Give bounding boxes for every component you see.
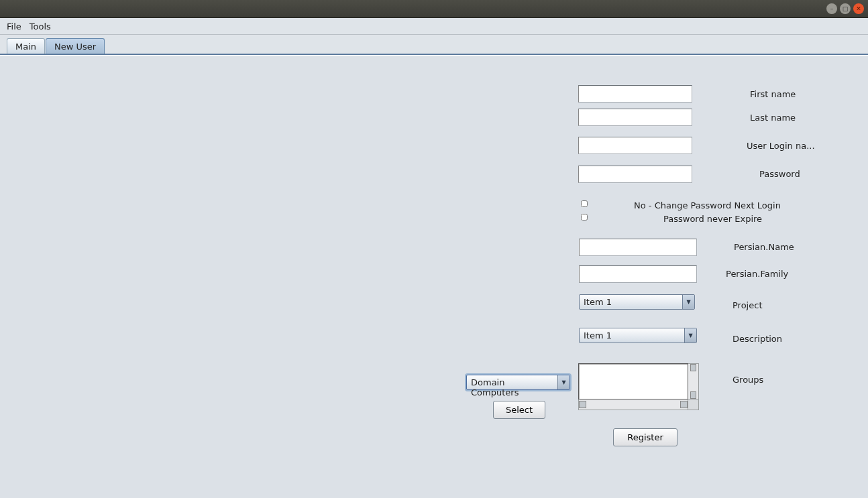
first-name-input[interactable] xyxy=(578,85,692,103)
window-minimize-button[interactable]: – xyxy=(826,3,837,14)
password-never-expire-label: Password never Expire xyxy=(663,214,762,224)
persian-name-input[interactable] xyxy=(579,239,697,256)
app-window: File Tools Main New User First name Last… xyxy=(0,18,868,498)
groups-listbox-scroll-corner xyxy=(688,399,699,410)
menu-file[interactable]: File xyxy=(5,20,23,33)
tab-content-new-user: First name Last name User Login na... Pa… xyxy=(0,55,868,498)
persian-family-label: Persian.Family xyxy=(726,269,788,279)
password-never-expire-checkbox[interactable] xyxy=(581,214,588,221)
groups-listbox-hscroll[interactable] xyxy=(578,399,688,410)
project-combobox-value: Item 1 xyxy=(580,295,682,309)
user-login-label: User Login na... xyxy=(747,141,815,151)
project-label: Project xyxy=(733,300,762,310)
window-titlebar: – □ ✕ xyxy=(0,0,868,18)
menu-tools[interactable]: Tools xyxy=(28,20,52,33)
chevron-down-icon: ▼ xyxy=(684,328,696,343)
password-input[interactable] xyxy=(578,166,692,183)
no-change-password-label: No - Change Password Next Login xyxy=(634,200,781,210)
last-name-input[interactable] xyxy=(578,109,692,126)
password-label: Password xyxy=(759,169,800,179)
persian-name-label: Persian.Name xyxy=(734,242,794,252)
groups-listbox-inner xyxy=(578,363,688,399)
description-label: Description xyxy=(733,334,782,344)
register-button[interactable]: Register xyxy=(613,428,677,446)
groups-listbox[interactable] xyxy=(578,363,699,410)
select-button[interactable]: Select xyxy=(493,401,545,419)
tabstrip: Main New User xyxy=(0,35,868,55)
tab-new-user[interactable]: New User xyxy=(46,38,105,54)
first-name-label: First name xyxy=(750,89,796,99)
domain-combobox[interactable]: Domain Computers ▼ xyxy=(466,375,570,390)
tab-main[interactable]: Main xyxy=(7,38,45,54)
groups-label: Groups xyxy=(733,375,763,385)
domain-combobox-value: Domain Computers xyxy=(467,375,557,389)
chevron-down-icon: ▼ xyxy=(557,375,569,389)
window-close-button[interactable]: ✕ xyxy=(853,3,864,14)
groups-listbox-vscroll[interactable] xyxy=(688,363,699,399)
last-name-label: Last name xyxy=(750,113,796,123)
persian-family-input[interactable] xyxy=(579,265,697,283)
window-maximize-button[interactable]: □ xyxy=(840,3,851,14)
menubar: File Tools xyxy=(0,18,868,35)
description-combobox[interactable]: Item 1 ▼ xyxy=(579,328,697,343)
user-login-input[interactable] xyxy=(578,137,692,154)
project-combobox[interactable]: Item 1 ▼ xyxy=(579,294,695,310)
chevron-down-icon: ▼ xyxy=(682,295,694,309)
no-change-password-checkbox[interactable] xyxy=(581,200,588,207)
description-combobox-value: Item 1 xyxy=(580,328,684,343)
